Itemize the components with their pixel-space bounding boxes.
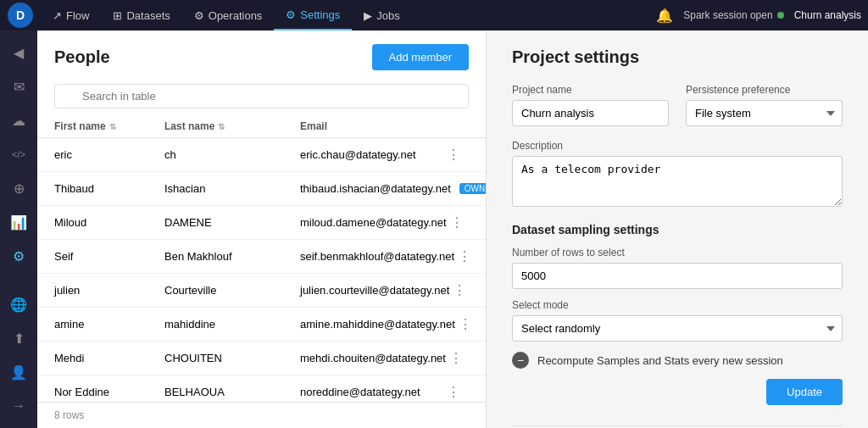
sidebar-upload-icon[interactable]: ⬆ — [3, 323, 34, 353]
nav-operations[interactable]: ⚙ Operations — [182, 0, 275, 31]
operations-icon: ⚙ — [194, 9, 204, 22]
first-name-cell: Nor Eddine — [54, 386, 164, 398]
rows-label: Number of rows to select — [512, 247, 843, 258]
nav-settings[interactable]: ⚙ Settings — [274, 0, 352, 31]
content-area: People Add member 🔍 First name ⇅ Last na… — [37, 31, 868, 428]
table-row: SeifBen Makhloufseif.benmakhlouf@datateg… — [37, 240, 486, 274]
email-cell: amine.mahiddine@datategy.net — [300, 318, 455, 331]
last-name-cell: CHOUITEN — [164, 352, 300, 364]
sidebar-plugin-icon[interactable]: ⊕ — [3, 173, 34, 203]
sidebar-cloud-icon[interactable]: ☁ — [3, 105, 34, 136]
email-cell: julien.courteville@datategy.net — [300, 284, 449, 297]
app-logo: D — [7, 2, 34, 29]
email-cell: thibaud.ishacian@datategy.netOWNER — [300, 182, 486, 195]
people-title: People — [54, 47, 110, 67]
sort-last-name-icon: ⇅ — [218, 122, 225, 131]
table-row: julienCourtevillejulien.courteville@data… — [37, 274, 486, 308]
last-name-cell: mahiddine — [164, 318, 300, 331]
sidebar-user-icon[interactable]: 👤 — [3, 357, 34, 387]
settings-title: Project settings — [512, 47, 843, 67]
jobs-icon: ▶ — [364, 9, 372, 22]
settings-panel: Project settings Project name Persistenc… — [487, 31, 868, 428]
settings-nav-icon: ⚙ — [286, 8, 296, 21]
sidebar-collapse-icon[interactable]: ◀ — [3, 37, 34, 68]
first-name-cell: eric — [54, 148, 164, 161]
last-name-cell: Ben Makhlouf — [164, 250, 300, 263]
add-member-button[interactable]: Add member — [372, 44, 469, 70]
last-name-cell: BELHAOUA — [164, 386, 300, 398]
spark-status-dot — [777, 12, 784, 19]
description-textarea[interactable] — [512, 156, 843, 207]
update-button[interactable]: Update — [766, 379, 843, 405]
first-name-cell: julien — [54, 284, 164, 297]
people-header: People Add member — [37, 31, 486, 77]
project-name-label: Project name — [512, 84, 669, 96]
more-actions-button[interactable]: ⋮ — [449, 281, 470, 300]
nav-flow[interactable]: ↗ Flow — [41, 0, 101, 31]
rows-input[interactable] — [512, 263, 843, 289]
recompute-label: Recompute Samples and Stats every new se… — [537, 354, 783, 367]
sidebar-arrow-icon[interactable]: → — [3, 391, 34, 421]
more-actions-button[interactable]: ⋮ — [455, 314, 476, 334]
row-actions: ⋮ — [454, 247, 480, 266]
row-actions: ⋮ — [455, 314, 481, 334]
first-name-cell: Seif — [54, 250, 164, 263]
sidebar-chart-icon[interactable]: 📊 — [3, 207, 34, 237]
search-input[interactable] — [54, 84, 469, 108]
update-row: Update — [512, 379, 843, 419]
select-mode-label: Select mode — [512, 299, 843, 311]
table-body: ericcheric.chau@datategy.net⋮ThibaudIsha… — [37, 138, 486, 402]
more-actions-button[interactable]: ⋮ — [446, 348, 466, 368]
sidebar-code-icon[interactable]: </> — [3, 139, 34, 170]
first-name-cell: Miloud — [54, 216, 164, 229]
table-row: aminemahiddineamine.mahiddine@datategy.n… — [37, 308, 486, 342]
col-actions-header — [443, 120, 469, 132]
more-actions-button[interactable]: ⋮ — [454, 247, 475, 266]
sort-first-name-icon: ⇅ — [109, 122, 116, 131]
top-nav: D ↗ Flow ⊞ Datasets ⚙ Operations ⚙ Setti… — [0, 0, 868, 31]
row-actions: ⋮ — [446, 348, 471, 368]
row-count: 8 rows — [37, 402, 486, 428]
left-sidebar: ◀ ✉ ☁ </> ⊕ 📊 ⚙ 🌐 ⬆ 👤 → — [0, 31, 37, 428]
table-row: MehdiCHOUITENmehdi.chouiten@datategy.net… — [37, 342, 486, 375]
svg-text:D: D — [16, 8, 25, 22]
nav-items: ↗ Flow ⊞ Datasets ⚙ Operations ⚙ Setting… — [41, 0, 656, 31]
row-actions: ⋮ — [449, 281, 475, 300]
email-cell: eric.chau@datategy.net — [300, 148, 443, 161]
datasets-icon: ⊞ — [113, 9, 122, 22]
recompute-toggle-button[interactable] — [512, 352, 529, 369]
dataset-sampling-heading: Dataset sampling settings — [512, 223, 843, 236]
last-name-cell: Ishacian — [164, 182, 300, 195]
sidebar-globe-icon[interactable]: 🌐 — [3, 289, 34, 320]
row-actions: ⋮ — [443, 382, 469, 402]
nav-jobs[interactable]: ▶ Jobs — [352, 0, 411, 31]
row-actions: ⋮ — [447, 213, 472, 232]
sidebar-mail-icon[interactable]: ✉ — [3, 71, 34, 102]
sidebar-settings-icon[interactable]: ⚙ — [3, 241, 34, 271]
recompute-toggle-row: Recompute Samples and Stats every new se… — [512, 352, 843, 369]
notification-bell-icon[interactable]: 🔔 — [656, 8, 673, 24]
table-row: MiloudDAMENEmiloud.damene@datategy.net⋮ — [37, 206, 486, 240]
row-actions: ⋮ — [443, 145, 469, 164]
more-actions-button[interactable]: ⋮ — [447, 213, 467, 232]
nav-right: 🔔 Spark session open Churn analysis — [656, 8, 861, 24]
description-label: Description — [512, 140, 843, 152]
persistence-select[interactable]: File system Database S3 — [686, 100, 843, 126]
col-first-name[interactable]: First name ⇅ — [54, 120, 164, 132]
persistence-label: Persistence preference — [686, 84, 843, 96]
divider — [512, 425, 843, 426]
spark-label: Spark session open — [683, 9, 772, 21]
select-mode-select[interactable]: Select randomly First rows Last rows Ran… — [512, 315, 843, 342]
table-header: First name ⇅ Last name ⇅ Email — [37, 115, 486, 138]
search-wrapper: 🔍 — [54, 84, 469, 108]
last-name-cell: ch — [164, 148, 300, 161]
col-email: Email — [300, 120, 443, 132]
email-cell: mehdi.chouiten@datategy.net — [300, 352, 446, 364]
col-last-name[interactable]: Last name ⇅ — [164, 120, 300, 132]
nav-datasets[interactable]: ⊞ Datasets — [101, 0, 181, 31]
more-actions-button[interactable]: ⋮ — [443, 382, 464, 402]
project-name-input[interactable] — [512, 100, 669, 126]
more-actions-button[interactable]: ⋮ — [443, 145, 464, 164]
project-name-row: Project name Persistence preference File… — [512, 84, 843, 126]
main-layout: ◀ ✉ ☁ </> ⊕ 📊 ⚙ 🌐 ⬆ 👤 → People Add membe… — [0, 31, 868, 428]
